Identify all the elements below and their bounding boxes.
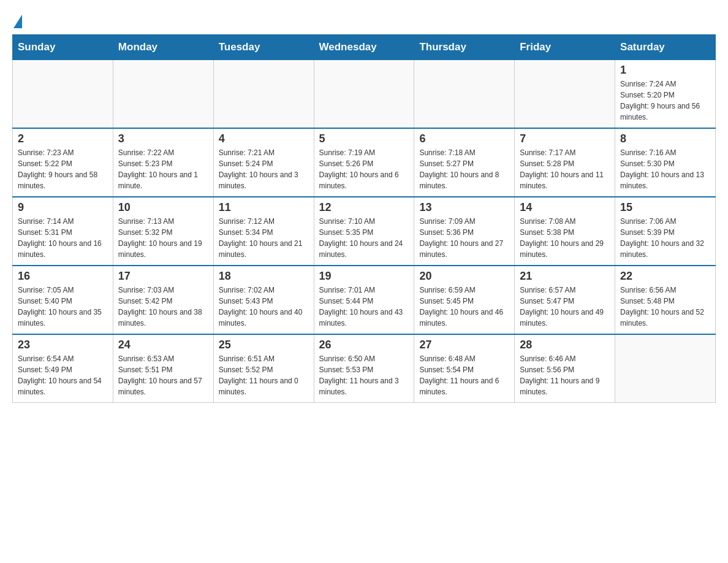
day-number: 18 <box>219 270 309 283</box>
day-number: 26 <box>319 339 409 351</box>
calendar-cell: 5Sunrise: 7:19 AM Sunset: 5:26 PM Daylig… <box>314 128 414 197</box>
day-number: 20 <box>419 270 509 283</box>
week-row-4: 16Sunrise: 7:05 AM Sunset: 5:40 PM Dayli… <box>13 266 716 334</box>
day-info: Sunrise: 7:13 AM Sunset: 5:32 PM Dayligh… <box>118 216 208 260</box>
calendar-cell: 15Sunrise: 7:06 AM Sunset: 5:39 PM Dayli… <box>615 197 716 266</box>
day-info: Sunrise: 7:23 AM Sunset: 5:22 PM Dayligh… <box>18 147 108 191</box>
calendar-cell: 20Sunrise: 6:59 AM Sunset: 5:45 PM Dayli… <box>414 266 515 334</box>
calendar-cell <box>515 60 615 129</box>
day-info: Sunrise: 7:17 AM Sunset: 5:28 PM Dayligh… <box>520 147 610 191</box>
calendar-cell: 27Sunrise: 6:48 AM Sunset: 5:54 PM Dayli… <box>414 334 515 403</box>
day-number: 6 <box>419 132 509 145</box>
calendar-cell: 10Sunrise: 7:13 AM Sunset: 5:32 PM Dayli… <box>113 197 213 266</box>
calendar-cell: 11Sunrise: 7:12 AM Sunset: 5:34 PM Dayli… <box>213 197 314 266</box>
header-wednesday: Wednesday <box>314 35 414 60</box>
calendar-cell: 9Sunrise: 7:14 AM Sunset: 5:31 PM Daylig… <box>13 197 113 266</box>
header-tuesday: Tuesday <box>213 35 314 60</box>
day-number: 17 <box>118 270 208 283</box>
day-info: Sunrise: 7:06 AM Sunset: 5:39 PM Dayligh… <box>620 216 710 260</box>
calendar-cell: 4Sunrise: 7:21 AM Sunset: 5:24 PM Daylig… <box>213 128 314 197</box>
day-number: 1 <box>620 64 710 77</box>
calendar-cell: 19Sunrise: 7:01 AM Sunset: 5:44 PM Dayli… <box>314 266 414 334</box>
day-info: Sunrise: 7:10 AM Sunset: 5:35 PM Dayligh… <box>319 216 409 260</box>
logo <box>12 12 22 25</box>
day-number: 11 <box>219 201 309 214</box>
calendar-cell: 24Sunrise: 6:53 AM Sunset: 5:51 PM Dayli… <box>113 334 213 403</box>
day-info: Sunrise: 7:09 AM Sunset: 5:36 PM Dayligh… <box>419 216 509 260</box>
calendar-cell: 1Sunrise: 7:24 AM Sunset: 5:20 PM Daylig… <box>615 60 716 129</box>
day-number: 19 <box>319 270 409 283</box>
day-info: Sunrise: 7:18 AM Sunset: 5:27 PM Dayligh… <box>419 147 509 191</box>
day-info: Sunrise: 6:59 AM Sunset: 5:45 PM Dayligh… <box>419 285 509 329</box>
week-row-5: 23Sunrise: 6:54 AM Sunset: 5:49 PM Dayli… <box>13 334 716 403</box>
day-number: 5 <box>319 132 409 145</box>
calendar-cell <box>113 60 213 129</box>
week-row-1: 1Sunrise: 7:24 AM Sunset: 5:20 PM Daylig… <box>13 60 716 129</box>
logo-triangle-icon <box>13 15 22 28</box>
calendar-cell <box>414 60 515 129</box>
calendar-cell: 3Sunrise: 7:22 AM Sunset: 5:23 PM Daylig… <box>113 128 213 197</box>
day-number: 23 <box>18 339 108 351</box>
day-info: Sunrise: 7:02 AM Sunset: 5:43 PM Dayligh… <box>219 285 309 329</box>
day-number: 2 <box>18 132 108 145</box>
day-number: 13 <box>419 201 509 214</box>
day-info: Sunrise: 6:46 AM Sunset: 5:56 PM Dayligh… <box>520 353 610 397</box>
day-number: 22 <box>620 270 710 283</box>
calendar-cell: 23Sunrise: 6:54 AM Sunset: 5:49 PM Dayli… <box>13 334 113 403</box>
day-number: 7 <box>520 132 610 145</box>
header-friday: Friday <box>515 35 615 60</box>
day-info: Sunrise: 7:21 AM Sunset: 5:24 PM Dayligh… <box>219 147 309 191</box>
day-number: 28 <box>520 339 610 351</box>
day-info: Sunrise: 7:19 AM Sunset: 5:26 PM Dayligh… <box>319 147 409 191</box>
header-saturday: Saturday <box>615 35 716 60</box>
week-row-3: 9Sunrise: 7:14 AM Sunset: 5:31 PM Daylig… <box>13 197 716 266</box>
day-number: 21 <box>520 270 610 283</box>
day-info: Sunrise: 7:16 AM Sunset: 5:30 PM Dayligh… <box>620 147 710 191</box>
day-info: Sunrise: 6:48 AM Sunset: 5:54 PM Dayligh… <box>419 353 509 397</box>
calendar-cell: 18Sunrise: 7:02 AM Sunset: 5:43 PM Dayli… <box>213 266 314 334</box>
day-info: Sunrise: 7:14 AM Sunset: 5:31 PM Dayligh… <box>18 216 108 260</box>
calendar-table: SundayMondayTuesdayWednesdayThursdayFrid… <box>12 34 716 403</box>
day-info: Sunrise: 6:51 AM Sunset: 5:52 PM Dayligh… <box>219 353 309 397</box>
day-number: 9 <box>18 201 108 214</box>
calendar-cell <box>13 60 113 129</box>
day-number: 14 <box>520 201 610 214</box>
calendar-cell: 6Sunrise: 7:18 AM Sunset: 5:27 PM Daylig… <box>414 128 515 197</box>
day-info: Sunrise: 7:22 AM Sunset: 5:23 PM Dayligh… <box>118 147 208 191</box>
calendar-cell <box>314 60 414 129</box>
day-number: 16 <box>18 270 108 283</box>
calendar-cell <box>213 60 314 129</box>
calendar-cell: 14Sunrise: 7:08 AM Sunset: 5:38 PM Dayli… <box>515 197 615 266</box>
day-number: 8 <box>620 132 710 145</box>
day-number: 12 <box>319 201 409 214</box>
day-number: 4 <box>219 132 309 145</box>
calendar-cell: 25Sunrise: 6:51 AM Sunset: 5:52 PM Dayli… <box>213 334 314 403</box>
header-sunday: Sunday <box>13 35 113 60</box>
calendar-cell: 16Sunrise: 7:05 AM Sunset: 5:40 PM Dayli… <box>13 266 113 334</box>
day-info: Sunrise: 7:24 AM Sunset: 5:20 PM Dayligh… <box>620 79 710 123</box>
calendar-cell: 8Sunrise: 7:16 AM Sunset: 5:30 PM Daylig… <box>615 128 716 197</box>
calendar-cell: 21Sunrise: 6:57 AM Sunset: 5:47 PM Dayli… <box>515 266 615 334</box>
day-info: Sunrise: 6:54 AM Sunset: 5:49 PM Dayligh… <box>18 353 108 397</box>
calendar-cell: 12Sunrise: 7:10 AM Sunset: 5:35 PM Dayli… <box>314 197 414 266</box>
day-number: 10 <box>118 201 208 214</box>
header-thursday: Thursday <box>414 35 515 60</box>
header-row: SundayMondayTuesdayWednesdayThursdayFrid… <box>13 35 716 60</box>
calendar-cell: 28Sunrise: 6:46 AM Sunset: 5:56 PM Dayli… <box>515 334 615 403</box>
day-info: Sunrise: 7:12 AM Sunset: 5:34 PM Dayligh… <box>219 216 309 260</box>
calendar-cell: 22Sunrise: 6:56 AM Sunset: 5:48 PM Dayli… <box>615 266 716 334</box>
day-info: Sunrise: 6:50 AM Sunset: 5:53 PM Dayligh… <box>319 353 409 397</box>
day-number: 24 <box>118 339 208 351</box>
day-number: 3 <box>118 132 208 145</box>
day-number: 25 <box>219 339 309 351</box>
calendar-body: 1Sunrise: 7:24 AM Sunset: 5:20 PM Daylig… <box>13 60 716 403</box>
day-info: Sunrise: 6:56 AM Sunset: 5:48 PM Dayligh… <box>620 285 710 329</box>
day-info: Sunrise: 6:53 AM Sunset: 5:51 PM Dayligh… <box>118 353 208 397</box>
day-number: 15 <box>620 201 710 214</box>
calendar-cell: 13Sunrise: 7:09 AM Sunset: 5:36 PM Dayli… <box>414 197 515 266</box>
calendar-cell: 17Sunrise: 7:03 AM Sunset: 5:42 PM Dayli… <box>113 266 213 334</box>
day-info: Sunrise: 7:05 AM Sunset: 5:40 PM Dayligh… <box>18 285 108 329</box>
day-info: Sunrise: 7:03 AM Sunset: 5:42 PM Dayligh… <box>118 285 208 329</box>
calendar-cell: 2Sunrise: 7:23 AM Sunset: 5:22 PM Daylig… <box>13 128 113 197</box>
calendar-cell <box>615 334 716 403</box>
